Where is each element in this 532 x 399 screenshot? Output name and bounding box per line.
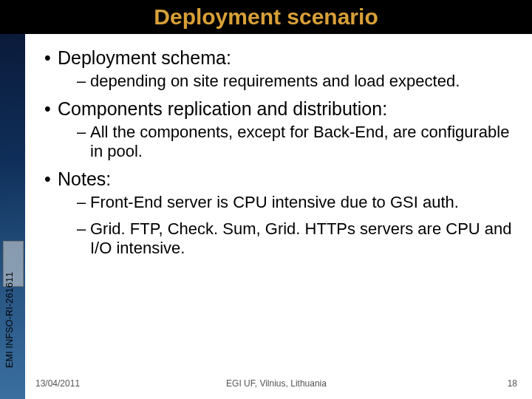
slide-title: Deployment scenario xyxy=(154,4,378,30)
side-reference-text: EMI INFSO-RI-261611 xyxy=(4,272,15,368)
title-bar: Deployment scenario xyxy=(0,0,532,34)
footer: 13/04/2011 EGI UF, Vilnius, Lithuania 18 xyxy=(35,378,517,389)
subbullet-text: Front-End server is CPU intensive due to… xyxy=(90,193,459,212)
subbullet-site-requirements: –depending on site requirements and load… xyxy=(77,72,517,91)
bullet-components-replication: •Components replication and distribution… xyxy=(44,98,517,120)
bullet-notes: •Notes: xyxy=(44,168,517,190)
subbullet-configurable-pool: –All the components, except for Back-End… xyxy=(77,123,517,161)
subbullet-text: All the components, except for Back-End,… xyxy=(90,123,517,161)
slide: Deployment scenario EMI INFSO-RI-261611 … xyxy=(0,0,532,399)
bullet-text: Deployment schema: xyxy=(58,47,231,68)
content-area: •Deployment schema: –depending on site r… xyxy=(35,43,517,265)
subbullet-text: Grid. FTP, Check. Sum, Grid. HTTPs serve… xyxy=(90,219,517,258)
subbullet-grid-servers: –Grid. FTP, Check. Sum, Grid. HTTPs serv… xyxy=(77,219,517,258)
footer-venue: EGI UF, Vilnius, Lithuania xyxy=(35,378,517,389)
subbullet-front-end-cpu: –Front-End server is CPU intensive due t… xyxy=(77,193,517,212)
subbullet-text: depending on site requirements and load … xyxy=(90,72,460,91)
bullet-text: Notes: xyxy=(58,168,111,189)
bullet-deployment-schema: •Deployment schema: xyxy=(44,47,517,69)
bullet-text: Components replication and distribution: xyxy=(58,98,387,119)
